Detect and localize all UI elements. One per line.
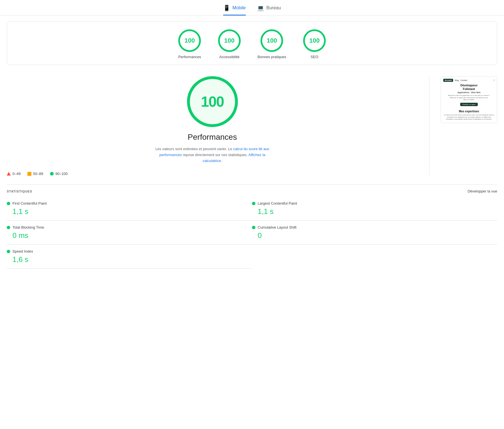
stat-fcp: First Contentful Paint 1,1 s: [7, 197, 252, 221]
legend-medium-range: 50–89: [33, 172, 43, 176]
stat-si-label-row: Speed Index: [7, 249, 252, 253]
tab-mobile[interactable]: 📱 Mobile: [223, 5, 246, 16]
big-score-section: 100 Performances Les valeurs sont estimé…: [7, 76, 497, 176]
big-score-circle-wrap: 100: [7, 76, 418, 127]
preview-expertises-title: Mes expertises: [443, 110, 495, 113]
score-label-performances: Performances: [178, 55, 201, 59]
score-label-seo: SEO: [310, 55, 318, 59]
score-performances: 100 Performances: [178, 29, 201, 59]
big-score-description: Les valeurs sont estimées et peuvent var…: [153, 146, 272, 164]
desc-dot: .: [221, 159, 222, 163]
stat-fcp-label-row: First Contentful Paint: [7, 201, 252, 205]
preview-nav-contact: Contact: [460, 79, 467, 81]
stat-cls: Cumulative Layout Shift 0: [252, 221, 497, 245]
big-score-circle: 100: [187, 76, 238, 127]
circle-icon: [50, 172, 54, 176]
square-icon: [27, 172, 31, 176]
preview-nav-icon: ☽: [493, 79, 495, 82]
score-value-bonnes-pratiques: 100: [267, 37, 277, 44]
stat-fcp-value: 1,1 s: [7, 207, 252, 216]
score-circle-performances: 100: [178, 29, 201, 52]
stats-title: STATISTIQUES: [7, 190, 32, 193]
stat-cls-value: 0: [252, 231, 497, 240]
preview-hero-desc: Besoin de créer une application ou un si…: [443, 95, 495, 101]
big-score-number: 100: [201, 93, 224, 110]
score-value-seo: 100: [309, 37, 320, 44]
preview-expertises-desc: Je mets mon savoir-faire à votre service…: [443, 114, 495, 121]
big-score-title-wrap: Performances: [7, 133, 418, 142]
stats-header: STATISTIQUES Développer la vue: [7, 184, 497, 197]
preview-hero-button: Planifier un appel: [460, 103, 478, 106]
desc-text-1: Les valeurs sont estimées et peuvent var…: [155, 147, 232, 151]
mobile-icon: 📱: [223, 5, 230, 11]
stat-lcp-dot: [252, 202, 255, 205]
main-content: 100 Performances Les valeurs sont estimé…: [0, 71, 504, 269]
score-bonnes-pratiques: 100 Bonnes pratiques: [258, 29, 286, 59]
stat-tbt: Total Blocking Time 0 ms: [7, 221, 252, 245]
vertical-divider: [429, 76, 429, 176]
stat-tbt-label-row: Total Blocking Time: [7, 225, 252, 229]
stat-cls-dot: [252, 226, 255, 229]
stats-grid: First Contentful Paint 1,1 s Largest Con…: [7, 197, 497, 269]
tab-mobile-label: Mobile: [233, 5, 246, 10]
stat-si-value: 1,6 s: [7, 255, 252, 264]
stat-tbt-dot: [7, 226, 10, 229]
triangle-icon: [7, 172, 11, 176]
big-score-left: 100 Performances Les valeurs sont estimé…: [7, 76, 418, 176]
score-label-accessibilite: Accessibilité: [219, 55, 240, 59]
expand-button[interactable]: Développer la vue: [468, 189, 497, 193]
preview-hero-subtitle: Applications - Sites Web: [443, 91, 495, 93]
stat-lcp: Largest Contentful Paint 1,1 s: [252, 197, 497, 221]
big-score-title: Performances: [188, 133, 237, 141]
stat-tbt-value: 0 ms: [7, 231, 252, 240]
preview-hero-title: DéveloppeurFullstack: [443, 84, 495, 91]
stat-si-label: Speed Index: [12, 249, 33, 253]
stat-fcp-dot: [7, 202, 10, 205]
tab-bar: 📱 Mobile 💻 Bureau: [0, 0, 504, 16]
score-value-performances: 100: [184, 37, 195, 44]
stat-lcp-label: Largest Contentful Paint: [258, 201, 297, 205]
preview-nav-active: Accueil: [443, 79, 453, 82]
preview-nav-blog: Blog: [455, 79, 459, 81]
scores-row: 100 Performances 100 Accessibilité 100 B…: [13, 29, 491, 59]
score-circle-seo: 100: [303, 29, 326, 52]
stat-tbt-label: Total Blocking Time: [12, 225, 44, 229]
legend-bad-range: 0–49: [12, 172, 21, 176]
legend-good-range: 90–100: [55, 172, 68, 176]
stat-si: Speed Index 1,6 s: [7, 245, 252, 269]
stat-fcp-label: First Contentful Paint: [12, 201, 47, 205]
preview-thumbnail: Accueil Blog Contact ☽ DéveloppeurFullst…: [441, 76, 497, 123]
score-seo: 100 SEO: [303, 29, 326, 59]
desktop-icon: 💻: [257, 5, 264, 11]
legend-medium: 50–89: [27, 172, 43, 176]
preview-nav: Accueil Blog Contact ☽: [443, 79, 495, 82]
scores-card: 100 Performances 100 Accessibilité 100 B…: [7, 21, 497, 65]
preview-hero: DéveloppeurFullstack Applications - Site…: [443, 84, 495, 108]
legend-row: 0–49 50–89 90–100: [7, 172, 68, 176]
legend-good: 90–100: [50, 172, 68, 176]
score-circle-bonnes-pratiques: 100: [260, 29, 283, 52]
stat-lcp-value: 1,1 s: [252, 207, 497, 216]
score-circle-accessibilite: 100: [218, 29, 241, 52]
tab-bureau-label: Bureau: [266, 5, 281, 10]
score-label-bonnes-pratiques: Bonnes pratiques: [258, 55, 286, 59]
stat-si-dot: [7, 250, 10, 253]
score-value-accessibilite: 100: [224, 37, 235, 44]
stat-cls-label: Cumulative Layout Shift: [258, 225, 296, 229]
score-accessibilite: 100 Accessibilité: [218, 29, 241, 59]
stat-lcp-label-row: Largest Contentful Paint: [252, 201, 497, 205]
stat-cls-label-row: Cumulative Layout Shift: [252, 225, 497, 229]
tab-bureau[interactable]: 💻 Bureau: [257, 5, 281, 16]
legend-bad: 0–49: [7, 172, 21, 176]
